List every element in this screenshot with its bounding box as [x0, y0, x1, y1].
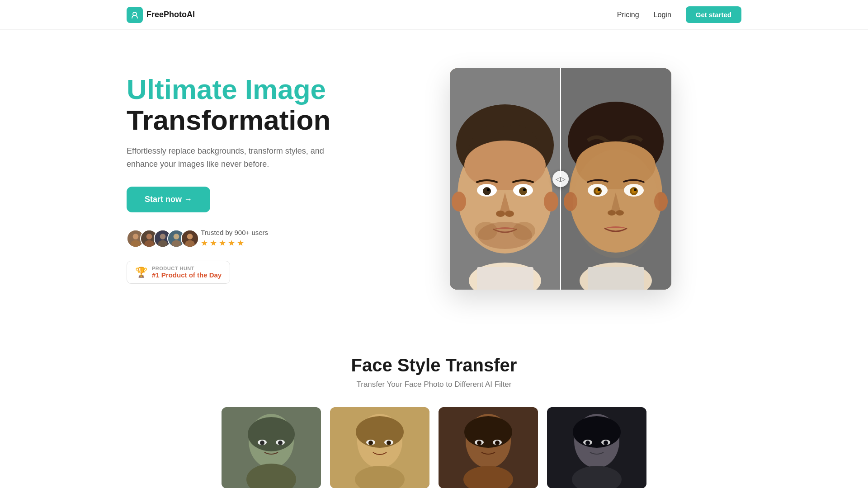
preview-card-1[interactable] [222, 407, 321, 488]
hero-section: Ultimate Image Transformation Effortless… [0, 30, 868, 328]
nav-pricing[interactable]: Pricing [617, 11, 639, 19]
svg-point-14 [187, 234, 193, 239]
svg-point-32 [496, 211, 505, 217]
svg-point-25 [544, 192, 558, 211]
hero-title-line1: Ultimate Image [127, 74, 326, 105]
svg-point-31 [523, 188, 526, 191]
social-proof: Trusted by 900+ users ★ ★ ★ ★ ★ [127, 229, 344, 248]
comparison-right-panel [561, 68, 671, 290]
svg-point-11 [174, 234, 179, 239]
svg-point-29 [519, 187, 527, 195]
hero-title: Ultimate Image Transformation [127, 74, 344, 136]
logo-icon [127, 7, 143, 23]
star-1: ★ [201, 238, 208, 248]
svg-point-85 [585, 441, 590, 445]
star-5: ★ [237, 238, 244, 248]
svg-point-28 [483, 187, 491, 195]
svg-rect-39 [588, 267, 644, 290]
svg-point-86 [604, 441, 608, 445]
svg-point-78 [495, 441, 500, 445]
comparison-handle[interactable]: ◁▷ [552, 171, 569, 187]
star-3: ★ [219, 238, 226, 248]
trusted-info: Trusted by 900+ users ★ ★ ★ ★ ★ [201, 229, 268, 248]
trophy-icon: 🏆 [135, 267, 147, 278]
nav-links: Pricing Login Get started [617, 6, 741, 23]
comparison-left-panel [450, 68, 561, 290]
preview-card-2[interactable] [330, 407, 429, 488]
svg-point-77 [477, 441, 481, 445]
logo-text: FreePhotoAI [146, 10, 195, 19]
stars-row: ★ ★ ★ ★ ★ [201, 238, 268, 248]
get-started-button[interactable]: Get started [686, 6, 741, 23]
start-now-button[interactable]: Start now → [127, 187, 210, 212]
svg-point-70 [387, 441, 391, 445]
svg-point-36 [513, 222, 535, 240]
svg-point-35 [475, 222, 497, 240]
hero-right: ◁▷ [380, 68, 741, 290]
product-hunt-title: #1 Product of the Day [152, 271, 222, 279]
navbar: FreePhotoAI Pricing Login Get started [0, 0, 868, 30]
star-4: ★ [228, 238, 235, 248]
svg-point-55 [573, 150, 659, 258]
user-avatars [127, 230, 194, 248]
svg-point-61 [260, 441, 264, 445]
svg-point-33 [505, 211, 514, 217]
svg-point-30 [487, 188, 490, 191]
product-hunt-label: PRODUCT HUNT [152, 266, 222, 271]
svg-point-24 [452, 192, 466, 211]
star-2: ★ [210, 238, 217, 248]
svg-rect-18 [477, 267, 533, 290]
face-style-section: Face Style Transfer Transfer Your Face P… [0, 328, 868, 488]
face-style-subtitle: Transfer Your Face Photo to Different AI… [127, 380, 741, 389]
nav-login[interactable]: Login [654, 11, 671, 19]
hero-subtitle: Effortlessly replace backgrounds, transf… [127, 145, 344, 171]
svg-point-82 [573, 416, 621, 448]
svg-point-2 [133, 234, 139, 239]
svg-point-69 [368, 441, 373, 445]
svg-point-5 [146, 234, 152, 239]
svg-point-66 [356, 416, 404, 448]
face-style-title: Face Style Transfer [127, 355, 741, 375]
trusted-text: Trusted by 900+ users [201, 229, 268, 236]
hero-left: Ultimate Image Transformation Effortless… [127, 74, 344, 284]
logo[interactable]: FreePhotoAI [127, 7, 195, 23]
svg-point-58 [248, 417, 295, 451]
product-hunt-info: PRODUCT HUNT #1 Product of the Day [152, 266, 222, 279]
preview-card-3[interactable] [439, 407, 538, 488]
svg-point-8 [160, 234, 166, 239]
preview-cards [127, 407, 741, 488]
avatar [181, 230, 199, 248]
svg-point-62 [278, 441, 283, 445]
product-hunt-badge[interactable]: 🏆 PRODUCT HUNT #1 Product of the Day [127, 261, 230, 284]
hero-title-line2: Transformation [127, 104, 330, 136]
comparison-slider[interactable]: ◁▷ [450, 68, 671, 290]
preview-card-4[interactable] [547, 407, 646, 488]
svg-point-74 [464, 416, 512, 448]
